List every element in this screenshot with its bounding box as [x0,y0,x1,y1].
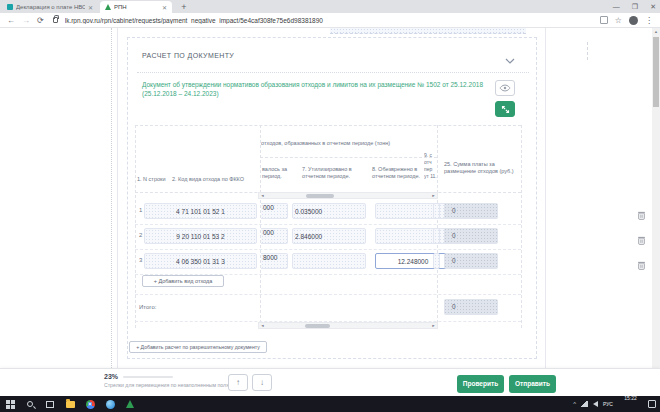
scroll-left-icon[interactable]: ◄ [259,322,266,329]
col7-input[interactable] [292,228,366,244]
col9-input-clipped[interactable] [433,228,440,244]
waste-code-input[interactable] [144,253,257,269]
delete-row-icon[interactable] [638,206,645,224]
lock-icon[interactable] [53,17,58,23]
delete-row-icon[interactable] [638,231,645,249]
col9-input-clipped[interactable] [433,203,440,219]
notification-center-icon[interactable] [648,400,656,408]
eye-icon [499,84,511,92]
scroll-right-icon[interactable]: ► [430,192,437,199]
sum-field-disabled: 0 [444,203,498,219]
network-icon[interactable] [581,401,588,407]
start-button[interactable] [0,396,20,412]
table-top-border [135,125,521,126]
page-vscrollbar[interactable]: ▲ [652,28,660,368]
back-icon[interactable]: ← [7,13,15,28]
prev-empty-field-button[interactable]: ↑ [228,374,248,391]
table-hscrollbar-bottom[interactable]: ◄ ► [258,322,438,329]
tab-favicon-rpn-icon [105,4,111,10]
task-view-icon [46,401,54,408]
section-divider [137,72,529,73]
reload-icon[interactable]: ⟳ [37,13,44,28]
col7-input[interactable] [292,253,366,269]
scroll-up-icon[interactable]: ▲ [652,28,660,36]
chrome-icon [86,400,95,409]
taskbar-search-button[interactable] [20,396,40,412]
url-field[interactable]: lk.rpn.gov.ru/rpn/cabinet/requests/payme… [65,17,593,24]
delete-row-icon[interactable] [638,256,645,274]
forward-icon[interactable]: → [22,13,30,28]
chrome-button[interactable] [80,396,100,412]
sum-field-disabled: 0 [444,253,498,269]
completion-percent: 23% [104,373,118,380]
waste-code-input[interactable] [144,228,257,244]
add-waste-type-button[interactable]: + Добавить вид отхода [142,275,224,287]
tab-title: РПН [114,4,159,10]
col7-input[interactable] [292,203,366,219]
table-row: 2 000 0 [135,224,521,249]
new-tab-button[interactable]: + [178,1,190,13]
tab-close-icon[interactable]: ✕ [162,4,167,11]
total-label: Итого: [139,304,156,310]
col-header-6-clipped: валось за период. [262,166,296,180]
collapse-chevron-icon[interactable] [505,51,515,69]
add-calculation-button[interactable]: + Добавить расчет по разрешительному док… [129,341,267,353]
hscroll-thumb[interactable] [306,194,334,198]
row-number: 3 [139,257,142,263]
browser-tab-bar: Декларация о плате НВОС за 2 ✕ РПН ✕ + —… [0,0,660,13]
window-minimize-button[interactable]: — [613,0,620,13]
windows-logo-icon [6,400,15,409]
layout-guide-line [111,28,112,368]
expand-icon [501,105,510,114]
rpn-app-button[interactable] [120,396,140,412]
window-close-button[interactable]: ✕ [650,0,656,13]
col-header-9-clipped: 9. с отч пер ут 11. [424,152,437,192]
vscroll-thumb[interactable] [653,37,659,107]
tray-expand-icon[interactable]: ^ [573,401,576,407]
col-header-8: 8. Обезврежено в отчетном периоде. [372,166,432,180]
page-viewport: РАСЧЕТ ПО ДОКУМЕНТУ Документ об утвержде… [0,28,660,368]
table-row: 3 8000 0 [135,249,521,274]
bookmark-star-icon[interactable]: ☆ [615,13,622,28]
tab-declaration[interactable]: Декларация о плате НВОС за 2 ✕ [2,1,98,13]
completion-progressbar [123,376,173,378]
col6-input-clipped[interactable]: 8000 [261,253,288,269]
tab-title: Декларация о плате НВОС за 2 [16,4,85,10]
speaker-icon[interactable] [593,401,598,407]
tab-rpn[interactable]: РПН ✕ [100,1,172,13]
taskbar-clock[interactable]: 15:22 03.03.2020 [618,386,643,412]
windows-taskbar: ^ РУС 15:22 03.03.2020 [0,396,660,412]
translate-icon[interactable] [600,16,608,24]
tab-close-icon[interactable]: ✕ [88,4,93,11]
col-header-sum: 25. Сумма платы за размещение отходов (р… [444,161,518,175]
layout-guide-dashed [587,42,588,60]
refresh-document-button[interactable] [495,101,515,117]
edge-icon [106,400,115,409]
permit-document-link[interactable]: Документ об утверждении нормативов образ… [142,80,487,98]
window-controls: — ❐ ✕ [613,0,656,13]
col9-input-clipped[interactable] [433,253,440,269]
row-number: 2 [139,232,142,238]
task-view-button[interactable] [40,396,60,412]
edge-button[interactable] [100,396,120,412]
col6-input-clipped[interactable]: 000 [261,228,288,244]
scroll-right-icon[interactable]: ► [430,322,437,329]
col6-input-clipped[interactable]: 000 [261,203,288,219]
sum-field-disabled: 0 [444,228,498,244]
profile-avatar[interactable] [629,16,638,25]
send-button[interactable]: Отправить [509,375,556,393]
browser-menu-icon[interactable]: ⋮ [645,13,653,28]
clipped-field-above [330,28,526,34]
view-document-button[interactable] [495,80,515,96]
waste-code-input[interactable] [144,203,257,219]
screen: Декларация о плате НВОС за 2 ✕ РПН ✕ + —… [0,0,660,412]
file-explorer-button[interactable] [60,396,80,412]
window-maximize-button[interactable]: ❐ [632,0,638,13]
table-hscrollbar-top[interactable]: ◄ ► [258,192,438,199]
navigation-hint: Стрелки для перемещения по незаполненным… [104,382,230,388]
check-button[interactable]: Проверить [457,375,504,393]
language-indicator[interactable]: РУС [603,401,613,407]
next-empty-field-button[interactable]: ↓ [252,374,272,391]
scroll-left-icon[interactable]: ◄ [259,192,266,199]
hscroll-thumb[interactable] [305,324,330,328]
